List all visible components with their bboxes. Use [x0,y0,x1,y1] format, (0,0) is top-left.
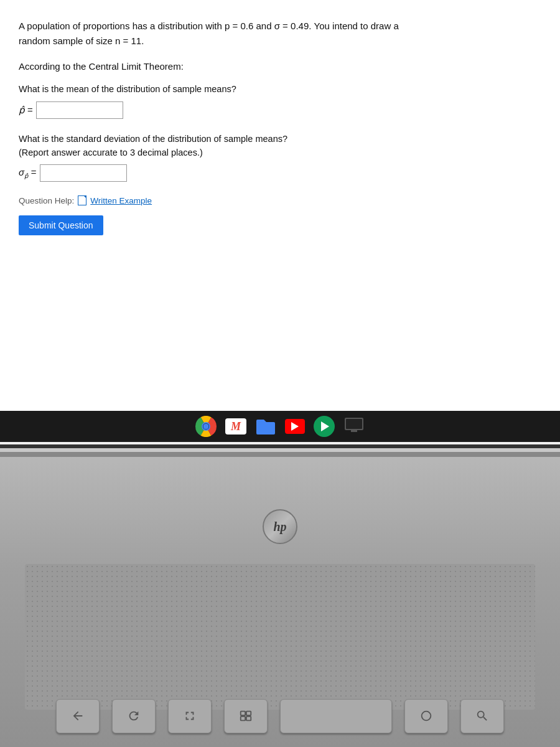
bottom-keys-row [0,691,560,741]
problem-line2: random sample of size n = 11. [19,35,144,46]
submit-question-button[interactable]: Submit Question [19,215,103,235]
back-key[interactable] [56,699,100,733]
laptop-body: hp [0,452,560,747]
doc-icon [78,195,86,205]
play-triangle-icon [321,421,329,431]
spacebar-key[interactable] [280,699,392,733]
p-hat-label: p̂ = [19,105,32,116]
hp-circle: hp [263,509,297,544]
q1-text: What is the mean of the distribution of … [19,83,535,96]
refresh-key[interactable] [112,699,156,733]
window-switch-icon [239,709,253,723]
hp-text: hp [273,520,286,534]
svg-point-11 [422,712,431,721]
search-key[interactable] [460,699,504,733]
svg-rect-10 [246,716,251,720]
yt-play-icon [291,422,299,431]
question-help-row: Question Help: Written Example [19,195,535,205]
q2-text: What is the standard deviation of the di… [19,133,535,160]
content-area: A population of proportions has a distri… [0,0,560,423]
keyboard-area [25,564,535,710]
fullscreen-key[interactable] [168,699,212,733]
svg-rect-5 [346,419,362,429]
gmail-m-label: M [231,420,241,433]
tv-icon[interactable] [343,416,365,436]
play-icon[interactable] [314,416,335,437]
hp-logo: hp [261,508,299,545]
svg-rect-8 [246,712,251,715]
question-2-block: What is the standard deviation of the di… [19,133,535,182]
refresh-icon [127,709,141,723]
window-switch-key[interactable] [224,699,268,733]
problem-line1: A population of proportions has a distri… [19,21,399,31]
svg-rect-7 [241,712,245,715]
p-hat-input[interactable] [36,101,123,119]
question-1-block: What is the mean of the distribution of … [19,83,535,119]
clt-label: According to the Central Limit Theorem: [19,61,535,72]
keyboard-dots [25,564,535,710]
q2-input-row: σp̂ = [19,164,535,182]
circle-key[interactable] [404,699,448,733]
svg-rect-6 [351,430,357,432]
svg-point-3 [203,424,209,430]
laptop-hinge [0,452,560,457]
written-example-label: Written Example [90,196,152,205]
help-label: Question Help: [19,196,74,205]
svg-rect-9 [241,716,245,720]
gmail-icon[interactable]: M [225,418,246,435]
chrome-icon[interactable] [195,416,217,437]
youtube-icon[interactable] [285,419,305,434]
sigma-label: σp̂ = [19,167,36,179]
files-icon[interactable] [255,417,276,436]
written-example-link[interactable]: Written Example [78,195,152,205]
taskbar: M [0,411,560,442]
laptop-screen: A population of proportions has a distri… [0,0,560,448]
problem-statement: A population of proportions has a distri… [19,19,535,49]
back-arrow-icon [71,709,85,723]
q1-input-row: p̂ = [19,101,535,119]
fullscreen-icon [183,709,197,723]
sigma-input[interactable] [40,164,127,182]
search-icon [475,709,489,723]
circle-icon [419,709,433,723]
